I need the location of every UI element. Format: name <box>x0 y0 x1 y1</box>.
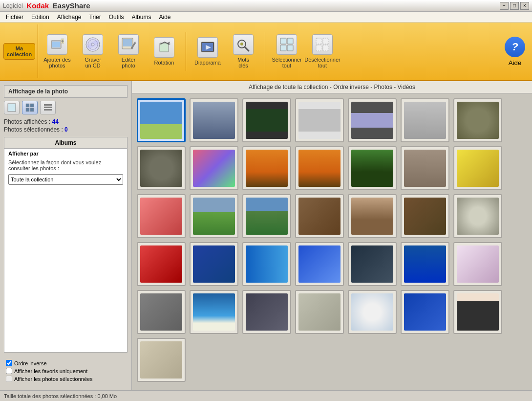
photo-thumb[interactable] <box>242 98 291 142</box>
deselectionner-tout-button[interactable]: Désélectionnertout <box>306 28 339 75</box>
photo-thumb[interactable] <box>190 242 238 286</box>
svg-line-18 <box>245 47 249 51</box>
maximize-button[interactable]: □ <box>510 2 519 10</box>
menu-fichier[interactable]: Fichier <box>2 13 27 22</box>
statusbar-text: Taille totale des photos sélectionnées :… <box>4 393 117 399</box>
thumb-inner <box>404 245 446 283</box>
mots-cles-button[interactable]: Motsclés <box>227 28 260 75</box>
photo-thumb[interactable] <box>348 98 397 142</box>
graver-cd-button[interactable]: Graverun CD <box>76 28 109 75</box>
afficher-favoris-checkbox[interactable] <box>6 368 12 374</box>
photo-thumb[interactable] <box>348 242 397 286</box>
ma-collection-button[interactable]: Ma collection <box>3 43 35 60</box>
menu-outils[interactable]: Outils <box>105 13 128 22</box>
svg-rect-22 <box>287 45 293 51</box>
photos-affichees-count: 44 <box>52 118 59 125</box>
photo-thumb[interactable] <box>190 290 238 334</box>
menu-albums[interactable]: Albums <box>128 13 155 22</box>
editer-photo-button[interactable]: Editerphoto <box>112 28 145 75</box>
photo-thumb[interactable] <box>295 290 344 334</box>
svg-rect-34 <box>44 109 52 111</box>
photo-thumb[interactable] <box>242 290 291 334</box>
afficher-selectionnes-label[interactable]: Afficher les photos sélectionnées <box>6 376 126 382</box>
svg-rect-26 <box>323 45 329 51</box>
selectionner-tout-button[interactable]: Sélectionnertout <box>270 28 303 75</box>
photo-thumb[interactable] <box>453 242 502 286</box>
svg-rect-32 <box>44 104 52 106</box>
photo-thumb[interactable] <box>401 290 449 334</box>
mots-cles-icon <box>233 34 254 55</box>
photo-thumb[interactable] <box>242 242 291 286</box>
menu-aide[interactable]: Aide <box>155 13 174 22</box>
photo-thumb[interactable] <box>348 146 397 190</box>
photo-thumb[interactable] <box>190 146 238 190</box>
photo-thumb[interactable] <box>401 194 449 238</box>
photo-thumb[interactable] <box>295 146 344 190</box>
afficher-favoris-label[interactable]: Afficher les favoris uniquement <box>6 368 126 374</box>
photo-thumb[interactable] <box>401 242 449 286</box>
view-grid-button[interactable] <box>22 101 38 114</box>
afficher-selectionnes-checkbox[interactable] <box>6 376 12 382</box>
app-container: Ma collection Ajouter desphotos Graverun… <box>0 22 532 401</box>
thumb-inner <box>140 198 182 235</box>
photo-thumb[interactable] <box>295 98 344 142</box>
thumb-inner <box>140 245 182 283</box>
deselectionner-tout-label: Désélectionnertout <box>304 57 340 68</box>
easyshare-label: EasyShare <box>53 1 90 10</box>
photo-grid-container[interactable] <box>132 93 532 390</box>
ordre-inverse-label[interactable]: Ordre inverse <box>6 360 126 366</box>
afficher-selectionnes-text: Afficher les photos sélectionnées <box>14 376 93 382</box>
menu-trier[interactable]: Trier <box>85 13 105 22</box>
menu-edition[interactable]: Edition <box>27 13 53 22</box>
photo-thumb[interactable] <box>348 290 397 334</box>
photo-thumb[interactable] <box>137 146 186 190</box>
svg-rect-10 <box>123 39 132 46</box>
thumb-inner <box>298 150 340 187</box>
photo-thumb[interactable] <box>453 98 502 142</box>
photo-thumb[interactable] <box>401 98 449 142</box>
left-sidebar: Affichage de la photo Photos affichées :… <box>0 81 132 390</box>
thumb-inner <box>351 245 393 283</box>
svg-rect-31 <box>30 108 34 111</box>
aide-label: Aide <box>509 59 522 67</box>
content-area: Affichage de la photo Photos affichées :… <box>0 81 532 390</box>
photo-thumb[interactable] <box>295 194 344 238</box>
thumb-inner <box>298 102 340 139</box>
albums-title: Albums <box>4 137 127 149</box>
ma-collection-panel: Ma collection <box>5 24 38 78</box>
photo-thumb[interactable] <box>137 98 186 142</box>
afficher-favoris-text: Afficher les favoris uniquement <box>14 368 87 374</box>
photo-thumb[interactable] <box>137 338 186 382</box>
minimize-button[interactable]: − <box>500 2 509 10</box>
photo-thumb[interactable] <box>401 146 449 190</box>
photo-thumb[interactable] <box>137 242 186 286</box>
close-button[interactable]: × <box>520 2 529 10</box>
photo-thumb[interactable] <box>348 194 397 238</box>
ajouter-photos-button[interactable]: Ajouter desphotos <box>41 28 74 75</box>
photo-thumb[interactable] <box>190 98 238 142</box>
photo-thumb[interactable] <box>295 242 344 286</box>
photo-thumb[interactable] <box>137 290 186 334</box>
titlebar-title: Logiciel Kodak EasyShare <box>3 1 90 10</box>
photo-thumb[interactable] <box>190 194 238 238</box>
aide-button[interactable]: ? Aide <box>503 29 527 73</box>
photo-thumb[interactable] <box>137 194 186 238</box>
diaporama-button[interactable]: Diaporama <box>191 28 224 75</box>
photo-thumb[interactable] <box>453 290 502 334</box>
photo-thumb[interactable] <box>453 146 502 190</box>
photo-counts: Photos affichées : 44 Photos sélectionné… <box>4 117 128 134</box>
thumb-inner <box>457 293 499 331</box>
thumb-inner <box>457 102 499 139</box>
view-single-button[interactable] <box>4 101 20 114</box>
thumb-inner <box>193 150 235 187</box>
ordre-inverse-checkbox[interactable] <box>6 360 12 366</box>
photo-thumb[interactable] <box>242 146 291 190</box>
collection-select[interactable]: Toute la collection <box>8 174 123 185</box>
thumb-inner <box>193 198 235 235</box>
thumb-inner <box>404 150 446 187</box>
menu-affichage[interactable]: Affichage <box>53 13 85 22</box>
view-list-button[interactable] <box>40 101 56 114</box>
rotation-button[interactable]: Rotation <box>148 28 181 75</box>
photo-thumb[interactable] <box>453 194 502 238</box>
photo-thumb[interactable] <box>242 194 291 238</box>
